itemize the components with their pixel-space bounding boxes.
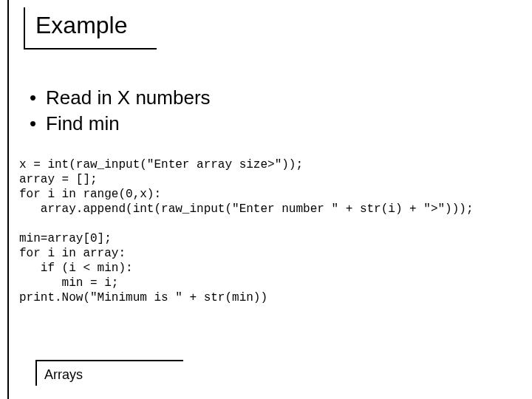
footer-container: Arrays (35, 360, 183, 386)
bullet-item: • Find min (30, 111, 525, 137)
slide-title: Example (35, 12, 146, 39)
bullet-list: • Read in X numbers • Find min (30, 85, 525, 137)
slide: Example • Read in X numbers • Find min x… (7, 0, 525, 399)
bullet-text: Find min (46, 111, 120, 137)
footer-label: Arrays (35, 360, 183, 386)
bullet-item: • Read in X numbers (30, 85, 525, 111)
title-container: Example (24, 7, 525, 50)
bullet-dot-icon: • (30, 85, 46, 111)
bullet-dot-icon: • (30, 111, 46, 137)
title-underline-box: Example (24, 7, 157, 50)
code-block-2: min=array[0]; for i in array: if (i < mi… (19, 231, 525, 305)
bullet-text: Read in X numbers (46, 85, 211, 111)
code-block-1: x = int(raw_input("Enter array size>"));… (19, 157, 525, 216)
